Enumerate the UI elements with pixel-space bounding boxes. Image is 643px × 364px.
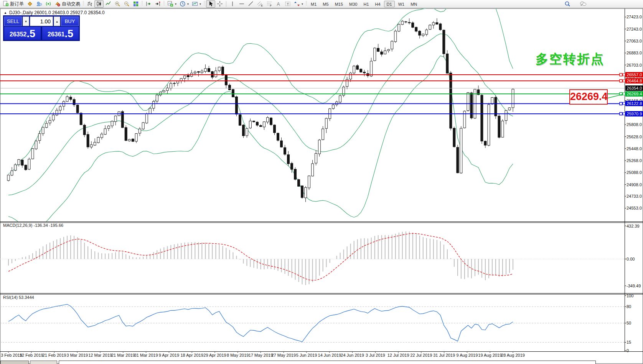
zoom-out-button[interactable] [122, 0, 131, 8]
candlestick-icon [96, 1, 102, 7]
label-glyph: T [287, 2, 289, 6]
text-glyph: A [277, 2, 280, 7]
metaeditor-button[interactable] [25, 0, 35, 8]
text-icon: A [275, 1, 282, 7]
window-tab[interactable] [59, 361, 596, 364]
channel-glyph: E [261, 4, 263, 7]
text-label-button[interactable]: T [283, 0, 292, 8]
timeframe-M15[interactable]: M15 [332, 1, 346, 7]
horizontal-line-button[interactable] [237, 0, 246, 8]
toolbar-grip [163, 1, 165, 7]
zoom-in-button[interactable] [113, 0, 122, 8]
timeframe-H4[interactable]: H4 [373, 1, 383, 7]
templates-button[interactable]: ▾ [190, 0, 203, 8]
timeframe-D1[interactable]: D1 [384, 1, 395, 7]
fibo-glyph: F [270, 4, 272, 7]
chat-button[interactable] [578, 0, 588, 8]
autotrade-icon [54, 1, 61, 7]
crosshair-button[interactable] [215, 0, 224, 8]
horizontal-line-icon [239, 1, 245, 7]
indicators-button[interactable]: ▾ [166, 0, 178, 8]
dropdown-caret: ▾ [302, 2, 303, 6]
autotrade-label: 自动交易 [62, 1, 80, 7]
vertical-line-button[interactable] [228, 0, 237, 8]
dropdown-caret: ▾ [199, 2, 201, 6]
arrows-icon [294, 1, 300, 7]
zoom-in-icon [114, 1, 120, 7]
cursor-icon [208, 1, 214, 7]
community-icon [36, 1, 42, 7]
chat-icon [580, 1, 587, 7]
new-order-label: 新订单 [10, 1, 24, 7]
dropdown-caret: ▾ [175, 2, 176, 6]
text-label-icon: T [285, 1, 291, 7]
toolbar-grip [204, 1, 205, 7]
line-chart-icon [105, 1, 111, 7]
candlestick-button[interactable] [94, 0, 104, 8]
one-click-trade-panel: SELL ▾ ▴ BUY 26352.5 26361.5 [3, 15, 80, 41]
timeframe-H1[interactable]: H1 [361, 1, 371, 7]
buy-price-frac: .5 [64, 29, 73, 39]
signals-button[interactable] [44, 0, 53, 8]
fibonacci-button[interactable]: F [265, 0, 274, 8]
metaeditor-icon [27, 1, 33, 7]
timeframe-MN[interactable]: MN [408, 1, 420, 7]
trendline-button[interactable] [246, 0, 256, 8]
vertical-line-icon [229, 1, 236, 7]
sell-price[interactable]: 26352.5 [4, 27, 41, 40]
search-icon [564, 1, 570, 7]
timeframe-M30[interactable]: M30 [346, 1, 360, 7]
toolbar-separator [226, 1, 226, 7]
chart-shift-icon [155, 1, 161, 7]
autotrade-button[interactable]: 自动交易 [53, 0, 82, 8]
toolbar-grip [142, 1, 143, 7]
sell-price-frac: .5 [26, 29, 35, 39]
signals-icon [45, 1, 51, 7]
channel-icon: E [257, 1, 263, 7]
window-tab[interactable] [0, 361, 29, 364]
toolbar-grip [306, 1, 307, 7]
chart-shift-button[interactable] [153, 0, 162, 8]
crosshair-icon [217, 1, 223, 7]
new-order-icon [3, 1, 9, 7]
chart-canvas[interactable] [0, 0, 643, 364]
dropdown-caret: ▾ [187, 2, 189, 6]
zoom-out-icon [124, 1, 130, 7]
timeframe-M1[interactable]: M1 [308, 1, 319, 7]
timeframe-bar: M1M5M15M30H1H4D1W1MN [308, 1, 420, 7]
cursor-button[interactable] [206, 0, 215, 8]
buy-price-int: 26361 [48, 30, 65, 39]
search-button[interactable] [563, 0, 572, 8]
text-button[interactable]: A [274, 0, 283, 8]
periods-button[interactable]: ▾ [178, 0, 190, 8]
new-order-button[interactable]: 新订单 [1, 0, 25, 8]
volume-up-button[interactable]: ▴ [54, 16, 60, 26]
volume-down-button[interactable]: ▾ [23, 16, 29, 26]
timeframe-W1[interactable]: W1 [396, 1, 407, 7]
toolbar-grip [83, 1, 84, 7]
tile-windows-icon [133, 1, 139, 7]
arrows-button[interactable]: ▾ [292, 0, 305, 8]
buy-button[interactable]: BUY [61, 16, 79, 26]
tile-windows-button[interactable] [131, 0, 140, 8]
bar-chart-icon [87, 1, 93, 7]
bar-chart-button[interactable] [85, 0, 94, 8]
trendline-icon [248, 1, 254, 7]
auto-scroll-icon [145, 1, 152, 7]
buy-price[interactable]: 26361.5 [42, 27, 79, 40]
community-button[interactable] [35, 0, 44, 8]
window-tab[interactable] [30, 361, 57, 364]
volume-input[interactable] [30, 16, 53, 26]
sell-button[interactable]: SELL [4, 16, 22, 26]
line-chart-button[interactable] [104, 0, 113, 8]
indicators-icon [167, 1, 173, 7]
sell-price-int: 26352 [10, 30, 27, 39]
auto-scroll-button[interactable] [144, 0, 153, 8]
toolbar: 新订单 自动交易 ▾ ▾ ▾ E F A T ▾ M1M5M15M30H1H4D… [0, 0, 643, 8]
window-tab-bar [0, 361, 643, 364]
templates-icon [192, 1, 198, 7]
timeframe-M5[interactable]: M5 [320, 1, 331, 7]
fibonacci-icon: F [266, 1, 272, 7]
periods-clock-icon [180, 1, 186, 7]
channel-button[interactable]: E [256, 0, 265, 8]
